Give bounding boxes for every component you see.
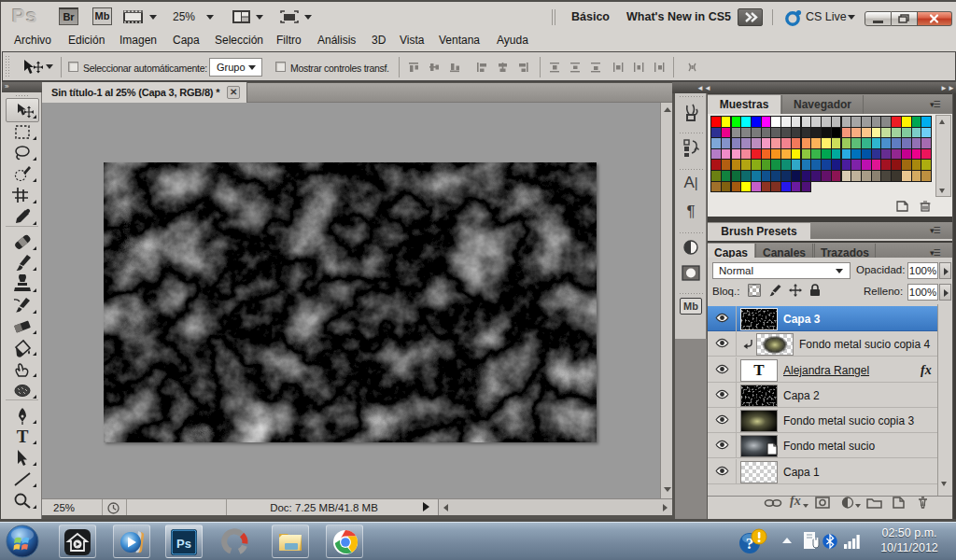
svg-text:Ps: Ps <box>176 537 191 551</box>
svg-text:T: T <box>17 427 29 446</box>
